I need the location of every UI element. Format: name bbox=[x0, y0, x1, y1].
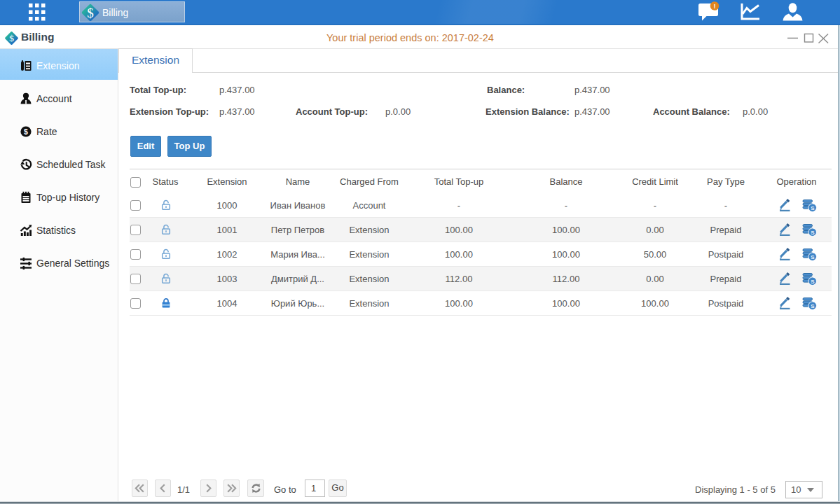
svg-text:S: S bbox=[811, 254, 815, 260]
svg-text:$: $ bbox=[9, 33, 14, 43]
svg-text:S: S bbox=[811, 205, 815, 211]
svg-text:$: $ bbox=[24, 127, 28, 136]
svg-text:!: ! bbox=[714, 3, 716, 10]
svg-text:S: S bbox=[811, 279, 815, 285]
svg-text:$: $ bbox=[87, 6, 94, 20]
svg-text:S: S bbox=[811, 230, 815, 236]
svg-text:S: S bbox=[811, 303, 815, 309]
